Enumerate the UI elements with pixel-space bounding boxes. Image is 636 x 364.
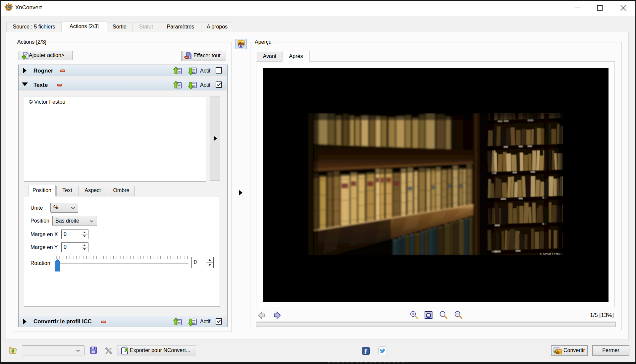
svg-text:© Victor Festou: © Victor Festou (540, 252, 561, 255)
